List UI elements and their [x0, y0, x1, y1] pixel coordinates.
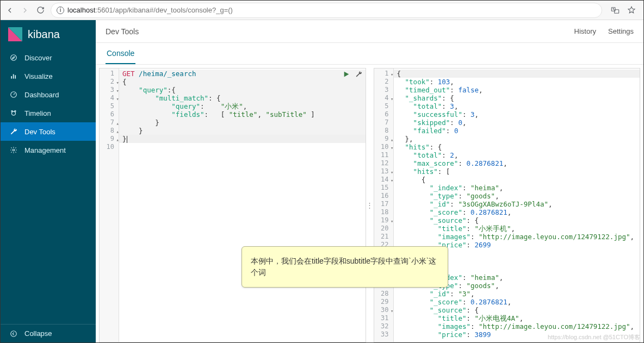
svg-point-11 — [11, 330, 17, 336]
sidebar-item-label: Timelion — [24, 109, 51, 117]
kibana-logo-icon — [8, 27, 22, 41]
collapse-label: Collapse — [24, 329, 52, 338]
sidebar-item-label: Dev Tools — [24, 128, 55, 136]
history-link[interactable]: History — [574, 27, 596, 35]
browser-toolbar: i localhost:5601/app/kibana#/dev_tools/c… — [1, 1, 643, 20]
annotation-text: 本例中，我们会在title字段和subtitle字段中查询`小米`这个词 — [251, 257, 436, 277]
request-editor[interactable]: 12▾3▾4▾567▴8▴9▴10 GET /heima/_search{ "q… — [99, 68, 366, 342]
svg-rect-5 — [15, 75, 16, 78]
response-code: { "took": 103, "timed_out": false, "_sha… — [394, 68, 640, 342]
url-port: :5601 — [95, 6, 113, 14]
star-icon[interactable] — [627, 6, 636, 15]
gauge-icon — [9, 91, 18, 98]
sidebar-item-management[interactable]: Management — [1, 141, 96, 159]
request-code[interactable]: GET /heima/_search{ "query":{ "multi_mat… — [119, 68, 366, 342]
url-bar[interactable]: i localhost:5601/app/kibana#/dev_tools/c… — [51, 3, 602, 18]
run-request-icon[interactable] — [343, 71, 350, 78]
svg-rect-3 — [11, 76, 12, 79]
pane-divider[interactable]: ⋮ — [366, 68, 374, 342]
tabs: Console — [96, 43, 643, 65]
gear-icon — [9, 146, 18, 154]
reload-button[interactable] — [35, 6, 45, 14]
sidebar-item-label: Management — [24, 146, 66, 154]
translate-icon[interactable] — [611, 6, 620, 15]
svg-point-10 — [13, 149, 15, 151]
settings-link[interactable]: Settings — [608, 27, 634, 35]
url-host: localhost — [67, 6, 95, 14]
response-gutter: 1▾234▾56789▴10▾111213▾14▾1516171819▾2021… — [374, 68, 394, 342]
collapse-icon — [9, 330, 18, 338]
sidebar: kibana DiscoverVisualizeDashboardTimelio… — [1, 20, 96, 342]
sidebar-item-label: Visualize — [24, 72, 53, 80]
wrench-icon — [9, 128, 18, 135]
response-viewer[interactable]: 1▾234▾56789▴10▾111213▾14▾1516171819▾2021… — [374, 68, 641, 342]
svg-point-2 — [11, 55, 17, 61]
sidebar-item-label: Dashboard — [24, 91, 59, 99]
svg-point-9 — [12, 111, 16, 115]
page-header: Dev Tools History Settings — [96, 20, 643, 43]
kibana-logo[interactable]: kibana — [1, 20, 96, 48]
compass-icon — [9, 54, 18, 61]
bear-icon — [9, 109, 18, 117]
svg-rect-4 — [13, 74, 14, 79]
back-button[interactable] — [5, 6, 15, 15]
sidebar-item-label: Discover — [24, 54, 52, 62]
bar-chart-icon — [9, 72, 18, 80]
site-info-icon[interactable]: i — [57, 7, 64, 14]
tab-console[interactable]: Console — [106, 49, 135, 64]
sidebar-item-timelion[interactable]: Timelion — [1, 104, 96, 122]
request-gutter: 12▾3▾4▾567▴8▴9▴10 — [100, 68, 119, 342]
wrench-icon[interactable] — [355, 71, 362, 78]
sidebar-item-visualize[interactable]: Visualize — [1, 67, 96, 85]
annotation-callout: 本例中，我们会在title字段和subtitle字段中查询`小米`这个词 — [242, 246, 448, 288]
sidebar-item-discover[interactable]: Discover — [1, 48, 96, 67]
sidebar-item-dashboard[interactable]: Dashboard — [1, 85, 96, 104]
sidebar-collapse[interactable]: Collapse — [1, 324, 96, 342]
sidebar-item-devtools[interactable]: Dev Tools — [1, 122, 96, 141]
page-title: Dev Tools — [106, 27, 139, 36]
forward-button[interactable] — [20, 6, 30, 15]
url-path: /app/kibana#/dev_tools/console?_g=() — [113, 6, 233, 14]
kibana-logo-text: kibana — [28, 28, 60, 41]
